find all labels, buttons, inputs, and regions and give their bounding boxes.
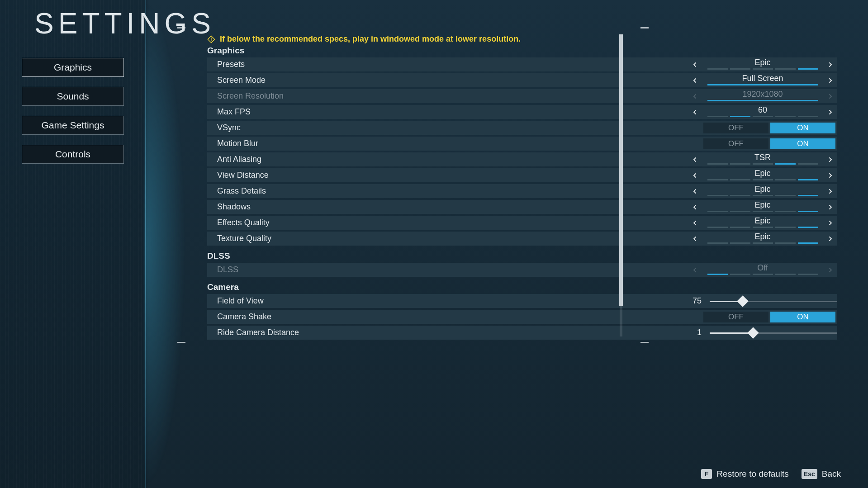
setting-label: Screen Mode xyxy=(217,76,688,85)
key-hint-f: F xyxy=(701,469,712,479)
chevron-right-icon[interactable] xyxy=(824,185,837,198)
chevron-right-icon[interactable] xyxy=(824,216,837,230)
setting-value: 60 xyxy=(758,106,767,114)
sidebar-item-controls[interactable]: Controls xyxy=(22,145,124,164)
selector-effects-quality[interactable]: Epic xyxy=(688,216,837,230)
slider-ride-cam[interactable] xyxy=(710,328,837,337)
setting-value: Epic xyxy=(754,58,770,66)
chevron-left-icon[interactable] xyxy=(688,216,702,230)
camera-rows: Field of View75Camera ShakeOFFONRide Cam… xyxy=(207,294,837,340)
back-button[interactable]: Esc Back xyxy=(802,469,841,479)
selector-ticks xyxy=(707,179,818,180)
toggle-on[interactable]: ON xyxy=(770,138,835,149)
warning-icon xyxy=(207,35,215,43)
graphics-rows: PresetsEpicScreen ModeFull ScreenScreen … xyxy=(207,57,837,246)
corner-dash xyxy=(177,342,185,343)
section-header-graphics: Graphics xyxy=(207,46,837,56)
setting-row-vsync: VSyncOFFON xyxy=(207,121,837,135)
setting-label: Presets xyxy=(217,60,688,69)
selector-grass-details[interactable]: Epic xyxy=(688,184,837,198)
toggle-off[interactable]: OFF xyxy=(703,312,768,322)
selector-ticks xyxy=(707,163,818,165)
selector-texture-quality[interactable]: Epic xyxy=(688,232,837,246)
chevron-right-icon xyxy=(824,263,837,277)
selector-ticks xyxy=(707,84,818,85)
selector-ticks xyxy=(707,116,818,117)
sidebar-item-graphics[interactable]: Graphics xyxy=(22,58,124,77)
page-title: SETTINGS xyxy=(34,7,215,40)
svg-rect-0 xyxy=(211,38,212,40)
chevron-left-icon[interactable] xyxy=(688,74,702,87)
slider-wrap: 75 xyxy=(683,294,837,308)
toggle-vsync: OFFON xyxy=(702,121,837,135)
setting-value: Epic xyxy=(754,232,770,241)
setting-value: Epic xyxy=(754,201,770,209)
chevron-left-icon[interactable] xyxy=(688,185,702,198)
selector-shadows[interactable]: Epic xyxy=(688,200,837,214)
toggle-on[interactable]: ON xyxy=(770,312,835,322)
setting-value: TSR xyxy=(754,153,771,161)
selector-presets[interactable]: Epic xyxy=(688,57,837,71)
setting-value: Full Screen xyxy=(742,74,783,82)
chevron-right-icon[interactable] xyxy=(824,232,837,246)
selector-ticks xyxy=(707,68,818,70)
dlss-rows: DLSSOff xyxy=(207,263,837,277)
chevron-right-icon[interactable] xyxy=(824,169,837,182)
toggle-motion-blur: OFFON xyxy=(702,137,837,151)
back-label: Back xyxy=(822,469,841,479)
setting-row-effects-quality: Effects QualityEpic xyxy=(207,216,837,230)
toggle-off[interactable]: OFF xyxy=(703,138,768,149)
chevron-left-icon[interactable] xyxy=(688,105,702,119)
setting-row-anti-aliasing: Anti AliasingTSR xyxy=(207,152,837,166)
slider-value: 75 xyxy=(683,296,702,306)
chevron-left-icon[interactable] xyxy=(688,58,702,71)
slider-fov[interactable] xyxy=(710,297,837,306)
selector-screen-mode[interactable]: Full Screen xyxy=(688,73,837,87)
chevron-left-icon[interactable] xyxy=(688,200,702,214)
setting-label: Screen Resolution xyxy=(217,91,688,101)
chevron-left-icon[interactable] xyxy=(688,153,702,166)
setting-label: Effects Quality xyxy=(217,218,688,227)
chevron-right-icon[interactable] xyxy=(824,153,837,166)
setting-row-motion-blur: Motion BlurOFFON xyxy=(207,137,837,151)
chevron-right-icon[interactable] xyxy=(824,74,837,87)
setting-label: Texture Quality xyxy=(217,234,688,243)
sidebar-item-sounds[interactable]: Sounds xyxy=(22,87,124,106)
warning-banner: If below the recommended specs, play in … xyxy=(207,34,837,44)
scrollbar-thumb[interactable] xyxy=(619,34,623,306)
setting-label: Motion Blur xyxy=(217,139,702,148)
sidebar-item-game-settings[interactable]: Game Settings xyxy=(22,116,124,135)
setting-label: View Distance xyxy=(217,171,688,180)
setting-label: Max FPS xyxy=(217,107,688,117)
selector-ticks xyxy=(707,195,818,196)
chevron-left-icon xyxy=(688,90,702,103)
toggle-on[interactable]: ON xyxy=(770,123,835,133)
slider-wrap: 1 xyxy=(683,326,837,340)
setting-row-ride-cam: Ride Camera Distance1 xyxy=(207,326,837,340)
chevron-right-icon[interactable] xyxy=(824,105,837,119)
toggle-camera-shake: OFFON xyxy=(702,310,837,324)
setting-label: Grass Details xyxy=(217,186,688,196)
chevron-left-icon[interactable] xyxy=(688,232,702,246)
slider-thumb[interactable] xyxy=(737,295,749,307)
settings-panel: If below the recommended specs, play in … xyxy=(207,34,837,456)
slider-thumb[interactable] xyxy=(747,327,759,338)
selector-dlss[interactable]: Off xyxy=(688,263,837,277)
divider-line xyxy=(145,0,146,488)
toggle-off[interactable]: OFF xyxy=(703,123,768,133)
setting-value: Epic xyxy=(754,185,770,193)
selector-screen-resolution[interactable]: 1920x1080 xyxy=(688,89,837,103)
restore-defaults-button[interactable]: F Restore to defaults xyxy=(701,469,788,479)
chevron-right-icon[interactable] xyxy=(824,200,837,214)
selector-anti-aliasing[interactable]: TSR xyxy=(688,152,837,166)
chevron-left-icon[interactable] xyxy=(688,169,702,182)
setting-label: Anti Aliasing xyxy=(217,155,688,164)
selector-ticks xyxy=(707,100,818,101)
footer: F Restore to defaults Esc Back xyxy=(701,469,841,479)
selector-ticks xyxy=(707,211,818,212)
setting-row-screen-mode: Screen ModeFull Screen xyxy=(207,73,837,87)
chevron-right-icon[interactable] xyxy=(824,58,837,71)
setting-value: Off xyxy=(757,264,768,272)
selector-view-distance[interactable]: Epic xyxy=(688,168,837,182)
selector-max-fps[interactable]: 60 xyxy=(688,105,837,119)
